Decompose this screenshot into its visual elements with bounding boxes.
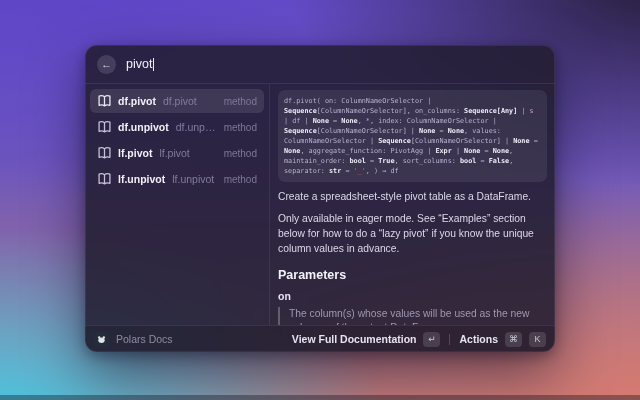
- description-paragraph: Create a spreadsheet-style pivot table a…: [278, 189, 547, 204]
- wallpaper-bottom-strip: [0, 395, 640, 400]
- k-key-badge: K: [529, 332, 546, 347]
- detail-panel: df.pivot( on: ColumnNameOrSelector | Seq…: [270, 84, 555, 325]
- param-name: on: [278, 290, 547, 302]
- app-name: Polars Docs: [116, 333, 173, 345]
- enter-key-badge: ↵: [423, 332, 440, 347]
- result-alias: df.unpivot: [176, 121, 217, 133]
- param-description: The column(s) whose values will be used …: [278, 307, 547, 325]
- cmd-key-badge: ⌘: [505, 332, 522, 347]
- result-alias: lf.pivot: [159, 147, 216, 159]
- description-paragraph: Only available in eager mode. See “Examp…: [278, 211, 547, 256]
- result-alias: df.pivot: [163, 95, 217, 107]
- book-icon: [97, 172, 111, 186]
- parameters-heading: Parameters: [278, 268, 547, 282]
- result-title: df.unpivot: [118, 121, 169, 133]
- result-type-badge: method: [224, 96, 257, 107]
- list-item-df-pivot[interactable]: df.pivot df.pivot method: [90, 89, 264, 113]
- action-bar: Polars Docs View Full Documentation ↵ Ac…: [85, 325, 555, 352]
- result-type-badge: method: [224, 148, 257, 159]
- back-button[interactable]: ←: [97, 55, 116, 74]
- result-title: df.pivot: [118, 95, 156, 107]
- list-item-lf-unpivot[interactable]: lf.unpivot lf.unpivot method: [90, 167, 264, 191]
- result-type-badge: method: [224, 174, 257, 185]
- list-item-lf-pivot[interactable]: lf.pivot lf.pivot method: [90, 141, 264, 165]
- search-bar: ← pivot: [85, 45, 555, 84]
- result-title: lf.pivot: [118, 147, 152, 159]
- raycast-window: ← pivot df.pivot df.pivot method df.unpi…: [85, 45, 555, 352]
- text-caret: [153, 58, 154, 71]
- result-title: lf.unpivot: [118, 173, 165, 185]
- search-input[interactable]: pivot: [126, 57, 154, 71]
- result-type-badge: method: [224, 122, 257, 133]
- polars-logo-icon: [94, 332, 109, 347]
- results-list: df.pivot df.pivot method df.unpivot df.u…: [85, 84, 270, 325]
- book-icon: [97, 146, 111, 160]
- footer-divider: [449, 334, 450, 345]
- window-body: df.pivot df.pivot method df.unpivot df.u…: [85, 84, 555, 325]
- view-full-documentation-button[interactable]: View Full Documentation: [292, 333, 417, 345]
- actions-button[interactable]: Actions: [459, 333, 498, 345]
- list-item-df-unpivot[interactable]: df.unpivot df.unpivot method: [90, 115, 264, 139]
- result-alias: lf.unpivot: [172, 173, 216, 185]
- book-icon: [97, 94, 111, 108]
- back-arrow-icon: ←: [101, 59, 112, 70]
- book-icon: [97, 120, 111, 134]
- signature-code-block: df.pivot( on: ColumnNameOrSelector | Seq…: [278, 90, 547, 182]
- search-query: pivot: [126, 57, 152, 71]
